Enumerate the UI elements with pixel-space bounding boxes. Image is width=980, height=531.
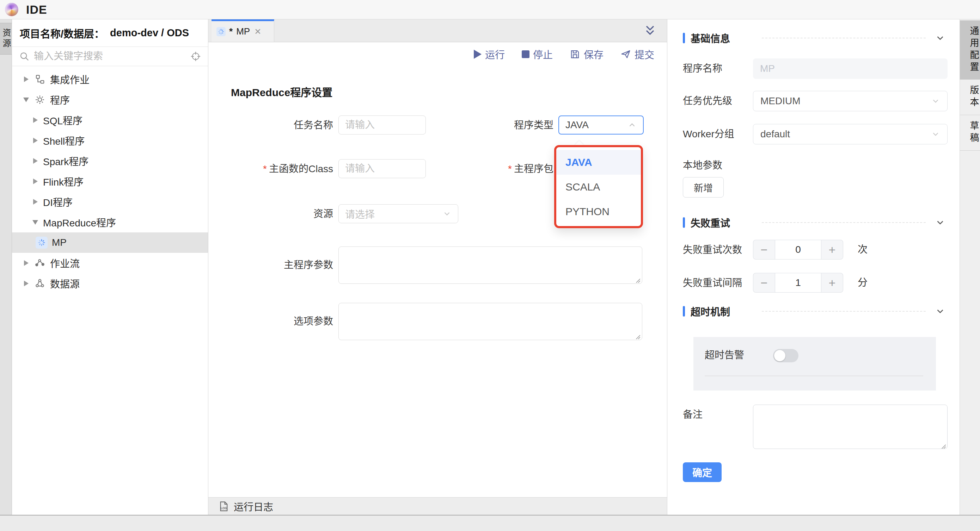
search-input[interactable]	[34, 51, 186, 62]
tree-search-row	[12, 47, 208, 66]
tree-item-flink-programs[interactable]: Flink程序	[12, 171, 208, 192]
app-logo-icon	[5, 3, 18, 16]
stop-icon	[522, 50, 530, 58]
tree-item-label: Flink程序	[43, 174, 84, 189]
main-args-textarea[interactable]	[339, 246, 642, 284]
tree-item-workflows[interactable]: 作业流	[12, 253, 208, 273]
play-icon	[474, 50, 482, 59]
chevron-down-icon	[931, 130, 940, 139]
tree-item-di-programs[interactable]: DI程序	[12, 192, 208, 212]
datasource-icon	[34, 278, 46, 289]
retry-interval-input[interactable]	[775, 273, 821, 293]
submit-button[interactable]: 提交	[620, 47, 654, 61]
editor-panel: * MP ✕ 运行 停止 保存 提交 MapRe	[208, 19, 667, 515]
tree-item-label: 作业流	[50, 256, 80, 270]
tree-item-shell-programs[interactable]: Shell程序	[12, 130, 208, 151]
add-param-button[interactable]: 新增	[683, 177, 724, 198]
program-type-select[interactable]: JAVA	[558, 116, 644, 135]
collapse-arrow-icon[interactable]	[22, 98, 30, 102]
retry-count-input[interactable]	[775, 240, 821, 260]
plus-icon[interactable]: +	[821, 240, 843, 260]
remark-field	[753, 404, 948, 449]
chevron-down-icon	[931, 97, 940, 106]
vtab-draft[interactable]: 草稿	[960, 115, 980, 151]
minus-icon[interactable]: −	[753, 273, 775, 293]
activity-tab-resources[interactable]: 资源	[0, 23, 12, 55]
retry-interval-unit: 分	[858, 273, 867, 293]
expand-arrow-icon[interactable]	[32, 138, 39, 143]
plus-icon[interactable]: +	[821, 273, 843, 293]
tab-label: MP	[236, 26, 250, 37]
expand-arrow-icon[interactable]	[22, 260, 30, 266]
form-title: MapReduce程序设置	[231, 84, 332, 99]
chevron-down-icon[interactable]	[935, 306, 945, 317]
config-panel: 基础信息 程序名称 任务优先级 MEDIUM Worker分组 default …	[667, 19, 959, 515]
mapreduce-settings-form: MapReduce程序设置 任务名称 程序类型 JAVA *主函数的Class …	[208, 66, 667, 497]
section-accent-bar	[683, 33, 685, 43]
program-name-label: 程序名称	[683, 59, 722, 79]
tree-item-programs[interactable]: 程序	[12, 89, 208, 110]
section-accent-bar	[683, 306, 685, 317]
activity-bar: 资源	[0, 19, 12, 515]
tree-item-sql-programs[interactable]: SQL程序	[12, 110, 208, 130]
tree-item-label: MapReduce程序	[43, 215, 116, 229]
chevron-down-icon[interactable]	[935, 33, 945, 43]
priority-select[interactable]: MEDIUM	[753, 91, 948, 111]
dropdown-option-scala[interactable]: SCALA	[556, 174, 641, 199]
collapse-arrow-icon[interactable]	[32, 220, 39, 225]
expand-arrow-icon[interactable]	[32, 179, 39, 184]
retry-interval-stepper: − +	[753, 273, 843, 293]
tree-item-label: Shell程序	[43, 133, 84, 147]
section-divider	[762, 222, 926, 223]
priority-label: 任务优先级	[683, 91, 732, 111]
task-name-input[interactable]	[339, 116, 426, 135]
double-chevron-down-icon[interactable]	[643, 19, 657, 42]
tab-mp[interactable]: * MP ✕	[212, 19, 274, 42]
window-bottom-band	[0, 515, 980, 531]
option-args-textarea[interactable]	[339, 303, 642, 340]
timeout-alarm-toggle[interactable]	[773, 349, 799, 362]
save-button[interactable]: 保存	[570, 47, 603, 61]
minus-icon[interactable]: −	[753, 240, 775, 260]
expand-arrow-icon[interactable]	[22, 76, 30, 82]
section-basic-info: 基础信息	[683, 31, 945, 46]
section-title: 失败重试	[690, 216, 730, 230]
workflow-icon	[34, 258, 46, 268]
tree-item-spark-programs[interactable]: Spark程序	[12, 151, 208, 171]
dropdown-option-python[interactable]: PYTHON	[556, 199, 641, 224]
main-class-label: *主函数的Class	[208, 159, 333, 179]
tree-item-mapreduce-programs[interactable]: MapReduce程序	[12, 212, 208, 232]
resource-select[interactable]: 请选择	[339, 204, 458, 223]
main-args-label: 主程序参数	[208, 255, 333, 275]
remark-label: 备注	[683, 404, 703, 425]
tree-item-label: 集成作业	[50, 72, 89, 86]
vtab-general-config[interactable]: 通用配置	[960, 21, 980, 79]
expand-arrow-icon[interactable]	[32, 117, 39, 123]
run-log-bar[interactable]: LOG 运行日志	[208, 497, 667, 515]
main-class-input[interactable]	[339, 159, 426, 178]
tab-dirty-marker: *	[229, 26, 233, 37]
tree-item-datasources[interactable]: 数据源	[12, 273, 208, 294]
tree-item-integration-jobs[interactable]: 集成作业	[12, 69, 208, 89]
expand-arrow-icon[interactable]	[22, 281, 30, 286]
stop-button[interactable]: 停止	[522, 47, 553, 61]
remark-textarea[interactable]	[753, 404, 948, 449]
tab-close-icon[interactable]: ✕	[254, 27, 261, 36]
confirm-button[interactable]: 确定	[683, 462, 722, 482]
mapreduce-spinner-icon	[216, 27, 226, 36]
program-name-field	[753, 59, 948, 79]
run-button[interactable]: 运行	[474, 47, 505, 61]
dropdown-option-java[interactable]: JAVA	[556, 150, 641, 174]
expand-arrow-icon[interactable]	[32, 158, 39, 164]
worker-group-select[interactable]: default	[753, 124, 948, 144]
svg-text:LOG: LOG	[221, 507, 227, 510]
locate-icon[interactable]	[190, 51, 201, 62]
priority-value: MEDIUM	[760, 95, 931, 107]
local-params-label: 本地参数	[683, 155, 722, 176]
expand-arrow-icon[interactable]	[32, 199, 39, 204]
tree-item-mp[interactable]: MP	[12, 232, 208, 253]
chevron-down-icon[interactable]	[935, 217, 945, 228]
chevron-up-icon	[627, 120, 636, 130]
submit-label: 提交	[635, 47, 654, 61]
vtab-version[interactable]: 版本	[960, 79, 980, 115]
